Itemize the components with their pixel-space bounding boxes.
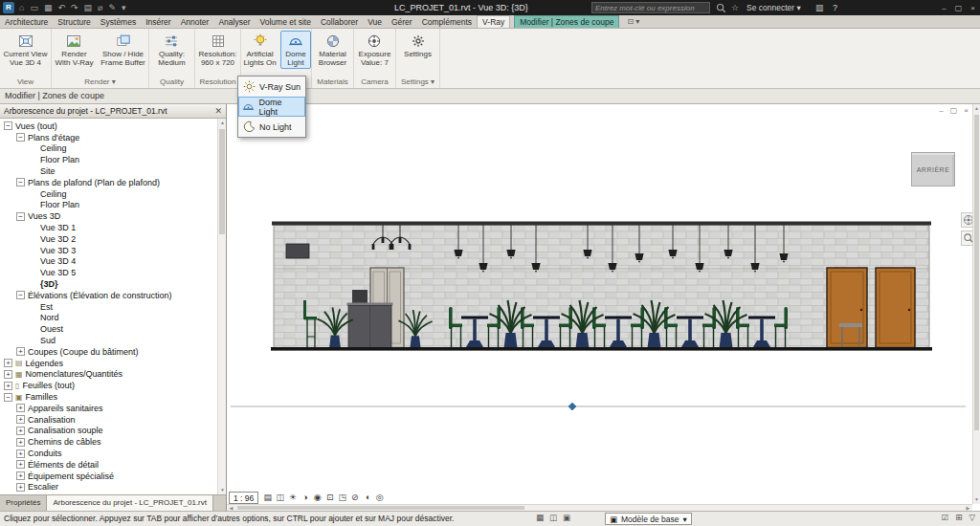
expand-icon[interactable]: + bbox=[16, 415, 25, 424]
expand-icon[interactable]: + bbox=[16, 427, 25, 435]
tree-item-nord[interactable]: Nord bbox=[0, 313, 217, 324]
links-icon[interactable]: ◫ bbox=[549, 513, 557, 522]
drawing-area[interactable]: – ▢ × ARRIÈRE 1 : 96 ▤◫☀◑◉⊡◳⊘◖◎ ◀ ▶ ▲ ▼ bbox=[227, 104, 980, 511]
drag-select-icon[interactable]: ⊞ bbox=[955, 513, 962, 522]
home-icon[interactable]: ⌂ bbox=[19, 0, 24, 15]
shadows-icon[interactable]: ◑ bbox=[299, 492, 311, 504]
tree-item-vues-3d[interactable]: −Vues 3D bbox=[0, 210, 217, 222]
tree-item-appareils-sanitaires[interactable]: +Appareils sanitaires bbox=[0, 403, 217, 414]
light-menu-item-no-light[interactable]: No Light bbox=[238, 117, 305, 137]
project-browser-header[interactable]: Arborescence du projet - LC_PROJET_01.rv… bbox=[0, 104, 226, 119]
material-browser-button[interactable]: MaterialBrowser bbox=[316, 31, 349, 69]
redo-icon[interactable]: ↷ bbox=[71, 0, 78, 15]
tree-item-vue-3d-2[interactable]: Vue 3D 2 bbox=[0, 233, 217, 245]
tree-item-l-gendes[interactable]: +▤Légendes bbox=[0, 358, 217, 369]
ribbon-tab-analyser[interactable]: Analyser bbox=[213, 15, 255, 28]
design-options-icon[interactable]: ▣ bbox=[563, 513, 570, 522]
scroll-up-icon[interactable]: ▲ bbox=[973, 104, 980, 113]
print-icon[interactable]: ▤ bbox=[84, 0, 93, 15]
tree-item-l-ments-de-d-tail[interactable]: +Éléments de détail bbox=[0, 459, 217, 471]
help-button[interactable]: ? bbox=[833, 0, 837, 15]
tree-item-vue-3d-1[interactable]: Vue 3D 1 bbox=[0, 222, 217, 233]
ribbon-tab-g-rer[interactable]: Gérer bbox=[387, 15, 417, 28]
revit-logo[interactable]: R bbox=[3, 2, 14, 13]
tree-item-nomenclatures-quantit-s[interactable]: +▦Nomenclatures/Quantités bbox=[0, 369, 217, 381]
ribbon-tab-annoter[interactable]: Annoter bbox=[176, 15, 214, 28]
tree-item-floor-plan[interactable]: Floor Plan bbox=[0, 200, 217, 211]
ribbon-tab-structure[interactable]: Structure bbox=[53, 15, 96, 28]
collapse-icon[interactable]: − bbox=[16, 212, 25, 221]
tree-item-vue-3d-5[interactable]: Vue 3D 5 bbox=[0, 267, 217, 278]
tree-item-est[interactable]: Est bbox=[0, 301, 217, 313]
tree-item-feuilles-tout[interactable]: +▯Feuilles (tout) bbox=[0, 380, 217, 391]
tree-item-ouest[interactable]: Ouest bbox=[0, 323, 217, 335]
undo-icon[interactable]: ↶ bbox=[57, 0, 65, 15]
view-close-icon[interactable]: × bbox=[964, 106, 969, 115]
tree-item-chemins-de-c-bles[interactable]: +Chemins de câbles bbox=[0, 436, 217, 448]
ribbon-tab-collaborer[interactable]: Collaborer bbox=[316, 15, 363, 28]
vertical-scrollbar[interactable]: ▲ ▼ bbox=[972, 104, 980, 504]
design-options-select[interactable]: ▣ Modèle de base ▾ bbox=[605, 513, 692, 525]
expand-icon[interactable]: + bbox=[16, 449, 25, 458]
ribbon-tab-vue[interactable]: Vue bbox=[363, 15, 387, 28]
horizontal-scrollbar-thumb[interactable] bbox=[237, 506, 524, 510]
visual-style-icon[interactable]: ◫ bbox=[274, 492, 286, 504]
detail-level-icon[interactable]: ▤ bbox=[261, 492, 274, 504]
search-icon[interactable] bbox=[714, 2, 727, 13]
show-hide-frame-buffer-button[interactable]: Show / HideFrame Buffer bbox=[99, 31, 148, 69]
tab-arborescence-du-projet[interactable]: Arborescence du projet - LC_PROJET_01.rv… bbox=[47, 495, 213, 511]
scroll-up-icon[interactable]: ▲ bbox=[218, 119, 226, 127]
ribbon-tab-v-ray[interactable]: V-Ray bbox=[477, 15, 510, 28]
ribbon-tab-compl-ments[interactable]: Compléments bbox=[417, 15, 477, 28]
quality-medium-button[interactable]: Quality:Medium bbox=[155, 31, 188, 69]
reveal-hidden-icon[interactable]: ◎ bbox=[373, 492, 386, 504]
close-icon[interactable]: ✕ bbox=[214, 106, 222, 116]
tree-item-quipement-sp-cialis[interactable]: +Équipement spécialisé bbox=[0, 471, 217, 482]
tree-item-familles[interactable]: −▣Familles bbox=[0, 391, 217, 403]
sun-path-icon[interactable]: ☀ bbox=[286, 492, 299, 504]
tree-item-coupes-coupe-du-b-timent[interactable]: +Coupes (Coupe du bâtiment) bbox=[0, 346, 217, 358]
search-input[interactable] bbox=[595, 4, 706, 12]
unlocked-view-icon[interactable]: ⊘ bbox=[348, 492, 361, 504]
expand-icon[interactable]: + bbox=[16, 347, 25, 356]
minimize-button[interactable]: – bbox=[942, 4, 946, 12]
expand-icon[interactable]: + bbox=[16, 483, 25, 492]
current-view-vue-3d-4-button[interactable]: Current ViewVue 3D 4 bbox=[1, 31, 51, 69]
tree-item-floor-plan[interactable]: Floor Plan bbox=[0, 154, 217, 165]
expand-icon[interactable]: + bbox=[16, 404, 25, 412]
vertical-scrollbar-thumb[interactable] bbox=[974, 115, 979, 430]
scroll-down-icon[interactable]: ▼ bbox=[973, 495, 980, 504]
horizontal-scrollbar[interactable]: ◀ ▶ bbox=[227, 504, 972, 511]
tree-scrollbar[interactable]: ▲ ▼ bbox=[217, 119, 226, 494]
render-with-v-ray-button[interactable]: RenderWith V-Ray bbox=[52, 31, 96, 69]
view-minimize-icon[interactable]: – bbox=[939, 106, 943, 115]
tree-item-vue-3d-3[interactable]: Vue 3D 3 bbox=[0, 245, 217, 256]
tree-item-3d[interactable]: {3D} bbox=[0, 278, 217, 290]
render-dialog-icon[interactable]: ◉ bbox=[311, 492, 323, 504]
expand-icon[interactable]: + bbox=[4, 370, 12, 379]
temporary-hide-icon[interactable]: ◖ bbox=[361, 492, 373, 504]
expand-icon[interactable]: + bbox=[4, 382, 12, 390]
collapse-icon[interactable]: − bbox=[16, 178, 25, 186]
tree-item-canalisation[interactable]: +Canalisation bbox=[0, 414, 217, 426]
tree-item-canalisation-souple[interactable]: +Canalisation souple bbox=[0, 426, 217, 437]
filter-icon[interactable]: ▽ bbox=[969, 513, 975, 522]
tree-item-l-vations-l-vation-de-construction[interactable]: −Élévations (Élévation de construction) bbox=[0, 290, 217, 301]
expand-icon[interactable]: + bbox=[4, 359, 12, 367]
ribbon-tab-volume-et-site[interactable]: Volume et site bbox=[256, 15, 316, 28]
show-crop-icon[interactable]: ◳ bbox=[336, 492, 348, 504]
tree-item-escalier[interactable]: +Escalier bbox=[0, 482, 217, 493]
open-icon[interactable]: ▭ bbox=[30, 0, 38, 15]
light-menu-item-v-ray-sun[interactable]: V-Ray Sun bbox=[238, 77, 305, 97]
scroll-down-icon[interactable]: ▼ bbox=[218, 486, 226, 494]
sign-in-button[interactable]: Se connecter ▾ bbox=[746, 0, 801, 15]
tree-item-site[interactable]: Site bbox=[0, 165, 217, 177]
exposure-value-7-button[interactable]: ExposureValue: 7 bbox=[356, 31, 394, 69]
tree-item-vue-3d-4[interactable]: Vue 3D 4 bbox=[0, 256, 217, 268]
save-icon[interactable]: ▦ bbox=[44, 0, 53, 15]
app-store-icon[interactable]: ▥ bbox=[815, 0, 824, 15]
maximize-button[interactable]: ▢ bbox=[955, 4, 963, 12]
tree-item-ceiling[interactable]: Ceiling bbox=[0, 143, 217, 155]
tab-proprietes[interactable]: Propriétés bbox=[0, 495, 47, 511]
modify-icon[interactable]: ✎ bbox=[109, 0, 117, 15]
